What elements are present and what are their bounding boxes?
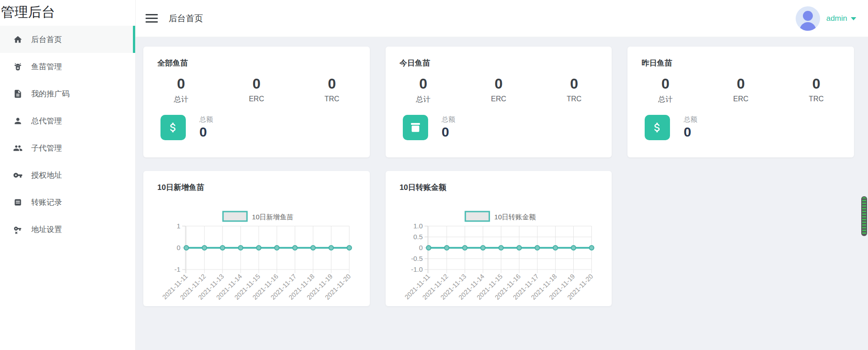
document-icon [13,89,23,99]
total-row: 总额0 [143,115,370,140]
chart-card-1: 10日转账金额1.00.50-0.5-1.010日转账金额2021-11-112… [386,171,612,306]
sidebar-item-fry-management[interactable]: 鱼苗管理 [0,53,135,80]
sidebar-menu: 后台首页鱼苗管理我的推广码总代管理子代管理授权地址转账记录地址设置 [0,26,135,243]
total-info: 总额0 [684,115,697,140]
data-point[interactable] [589,246,594,250]
data-point[interactable] [256,246,261,250]
data-point[interactable] [238,246,243,250]
stat-erc: 0ERC [461,76,537,104]
key-x-icon [13,225,23,234]
dollar-icon [167,121,179,134]
stat-总计: 0总计 [627,76,703,104]
sidebar-item-label: 授权地址 [31,170,62,180]
stat-value: 0 [627,76,703,92]
data-point[interactable] [499,246,503,250]
home-icon [13,35,23,44]
stats-row: 0总计0ERC0TRC [386,76,612,104]
y-tick-label: 1 [177,222,180,230]
vertical-scrollbar-thumb[interactable] [861,196,867,236]
people-icon [13,143,23,153]
data-point[interactable] [347,246,352,250]
stat-value: 0 [386,76,461,92]
stats-row: 0总计0ERC0TRC [143,76,370,104]
y-tick-label: 0.5 [413,233,423,241]
stat-card-title: 昨日鱼苗 [627,47,854,68]
data-point[interactable] [571,246,576,250]
stat-trc: 0TRC [294,76,370,104]
total-icon-badge [160,115,186,140]
data-point[interactable] [481,246,485,250]
data-point[interactable] [274,246,279,250]
data-point[interactable] [426,246,431,250]
total-value: 0 [684,124,697,140]
stat-总计: 0总计 [143,76,219,104]
data-point[interactable] [311,246,315,250]
stat-card-1: 今日鱼苗0总计0ERC0TRC总额0 [386,47,612,157]
y-tick-label: -1.0 [411,265,423,273]
user-dropdown[interactable]: admin [826,14,856,23]
data-point[interactable] [329,246,334,250]
sidebar-item-transfer-records[interactable]: 转账记录 [0,189,135,216]
app-window: 管理后台 后台首页鱼苗管理我的推广码总代管理子代管理授权地址转账记录地址设置 后… [0,0,868,350]
avatar[interactable] [796,6,820,31]
data-point[interactable] [462,246,467,250]
legend-swatch[interactable] [223,212,247,221]
stat-value: 0 [461,76,537,92]
sidebar-item-my-promo-code[interactable]: 我的推广码 [0,80,135,107]
y-tick-label: 0 [419,244,422,251]
dollar-icon [651,121,664,134]
line-chart: 10-110日新增鱼苗2021-11-112021-11-122021-11-1… [143,194,370,305]
data-point[interactable] [444,246,449,250]
data-point[interactable] [220,246,225,250]
sidebar-item-authorized-address[interactable]: 授权地址 [0,161,135,189]
data-point[interactable] [517,246,521,250]
data-point[interactable] [292,246,297,250]
sidebar-item-label: 总代管理 [31,116,62,126]
sidebar-item-general-agent-mgmt[interactable]: 总代管理 [0,107,135,134]
y-tick-label: 0 [177,244,180,251]
total-icon-badge [403,115,428,140]
stat-card-0: 全部鱼苗0总计0ERC0TRC总额0 [143,47,370,157]
legend-swatch[interactable] [465,212,489,221]
page-content: 全部鱼苗0总计0ERC0TRC总额0今日鱼苗0总计0ERC0TRC总额0昨日鱼苗… [136,37,868,350]
breadcrumb: 后台首页 [169,13,203,24]
sidebar-item-label: 子代管理 [31,143,62,153]
stat-cards-row: 全部鱼苗0总计0ERC0TRC总额0今日鱼苗0总计0ERC0TRC总额0昨日鱼苗… [143,47,854,157]
chart-card-title: 10日新增鱼苗 [143,171,370,193]
total-value: 0 [442,124,455,140]
line-chart: 1.00.50-0.5-1.010日转账金额2021-11-112021-11-… [386,194,612,305]
total-row: 总额0 [627,115,854,140]
chevron-down-icon [851,17,856,20]
chart-card-title: 10日转账金额 [386,171,612,193]
legend-label[interactable]: 10日转账金额 [494,213,536,221]
avatar-person-icon [803,11,813,21]
data-point[interactable] [184,246,189,250]
avatar-person-icon [800,22,816,31]
main-area: 后台首页 admin 全部鱼苗0总计0ERC0TRC总额0今日鱼苗0总计0ERC… [136,0,868,350]
data-point[interactable] [535,246,539,250]
data-point[interactable] [553,246,557,250]
user-name: admin [826,14,847,23]
data-point[interactable] [202,246,207,250]
key-icon [13,170,23,180]
sidebar-item-address-settings[interactable]: 地址设置 [0,216,135,243]
sidebar-item-label: 转账记录 [31,197,62,208]
sidebar-item-label: 鱼苗管理 [31,61,62,72]
total-icon-badge [645,115,670,140]
stat-card-title: 全部鱼苗 [143,47,370,68]
total-info: 总额0 [442,115,455,140]
stat-value: 0 [294,76,370,92]
sidebar-item-label: 地址设置 [31,224,62,235]
ledger-icon [13,198,23,207]
sidebar: 管理后台 后台首页鱼苗管理我的推广码总代管理子代管理授权地址转账记录地址设置 [0,0,136,350]
legend-label[interactable]: 10日新增鱼苗 [252,213,293,221]
stat-label: 总计 [627,95,703,104]
stat-trc: 0TRC [778,76,854,104]
sidebar-item-dashboard-home[interactable]: 后台首页 [0,26,135,53]
total-label: 总额 [684,115,697,124]
sidebar-item-label: 后台首页 [31,34,62,45]
hamburger-menu-icon[interactable] [146,14,158,23]
archive-icon [409,121,422,134]
topbar: 后台首页 admin [136,0,868,37]
sidebar-item-sub-agent-mgmt[interactable]: 子代管理 [0,134,135,161]
